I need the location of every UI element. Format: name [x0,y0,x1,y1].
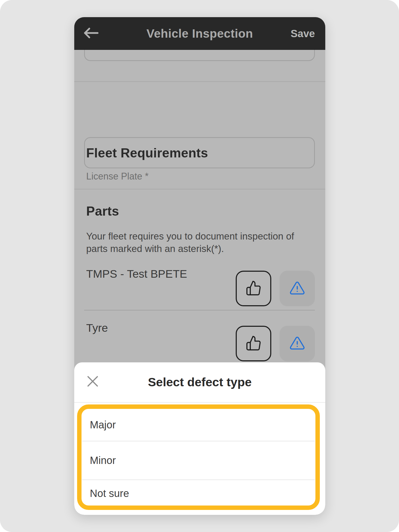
parts-heading: Parts [86,204,119,219]
save-button[interactable]: Save [291,17,315,50]
row-divider [84,310,315,310]
license-plate-input[interactable] [84,137,315,168]
app-header: Vehicle Inspection Save [74,17,325,50]
vehicle-inspection-screen: Vehicle Inspection Save Fleet Requiremen… [74,17,325,515]
thumbs-up-icon [246,280,262,297]
part-defect-button[interactable] [280,271,315,306]
parts-description: Your fleet requires you to document insp… [86,230,315,255]
part-label: TMPS - Test BPETE [86,268,187,280]
screenshot-canvas: Vehicle Inspection Save Fleet Requiremen… [0,0,399,532]
form-content: Fleet Requirements License Plate * Parts… [74,50,325,362]
section-divider [74,189,325,189]
part-defect-button[interactable] [280,326,315,361]
option-major[interactable]: Major [82,409,315,441]
sheet-divider [74,402,325,403]
option-minor[interactable]: Minor [82,441,315,480]
part-ok-button[interactable] [236,271,271,306]
page-title: Vehicle Inspection [74,17,325,50]
part-label: Tyre [86,322,108,334]
section-divider [74,81,325,82]
license-plate-label: License Plate * [86,171,148,182]
option-label: Minor [90,455,116,466]
defect-options-highlight: Major Minor Not sure [77,404,320,510]
warning-triangle-icon [289,280,305,297]
part-ok-button[interactable] [236,326,271,361]
option-not-sure[interactable]: Not sure [82,480,315,507]
select-defect-type-sheet: Select defect type Major Minor Not sure [74,362,325,515]
option-label: Not sure [90,488,129,499]
thumbs-up-icon [246,335,262,352]
top-input-field[interactable] [84,50,315,61]
sheet-title: Select defect type [74,375,325,389]
warning-triangle-icon [289,335,305,352]
option-label: Major [90,419,116,431]
